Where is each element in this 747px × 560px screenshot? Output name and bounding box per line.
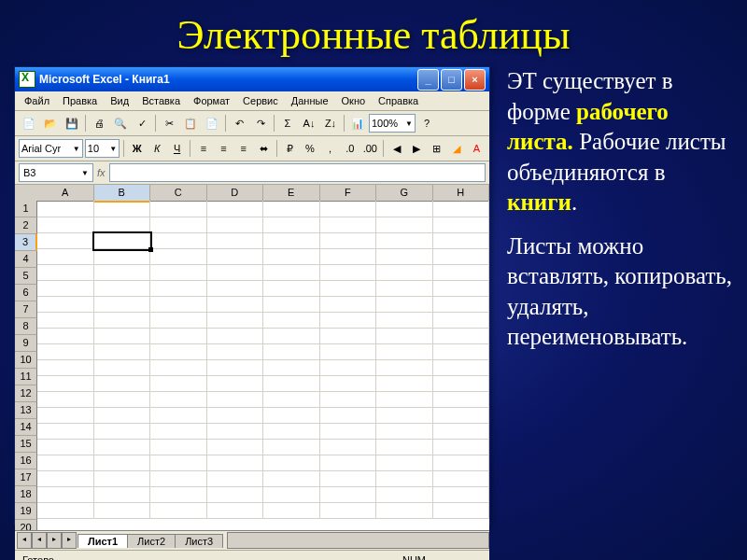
row-header-2[interactable]: 2	[15, 217, 37, 234]
row-header-11[interactable]: 11	[15, 369, 37, 385]
menu-format[interactable]: Формат	[188, 93, 235, 108]
preview-icon[interactable]: 🔍	[110, 113, 131, 133]
cell[interactable]	[376, 391, 433, 408]
cell[interactable]	[37, 455, 94, 471]
row-header-3[interactable]: 3	[15, 234, 37, 251]
row-header-5[interactable]: 5	[15, 268, 37, 285]
cell[interactable]	[150, 407, 207, 424]
cell[interactable]	[320, 296, 377, 313]
cell[interactable]	[263, 486, 320, 503]
copy-icon[interactable]: 📋	[180, 113, 201, 133]
cell[interactable]	[376, 280, 433, 297]
cell[interactable]	[37, 375, 94, 392]
cell[interactable]	[207, 343, 264, 360]
cell[interactable]	[433, 232, 490, 249]
cell[interactable]	[320, 407, 377, 424]
cell[interactable]	[207, 217, 264, 233]
cell[interactable]	[94, 280, 151, 297]
cell[interactable]	[433, 264, 490, 281]
print-icon[interactable]: 🖨	[89, 113, 109, 133]
cell[interactable]	[320, 375, 377, 392]
zoom-select[interactable]: 100%▼	[369, 114, 416, 133]
cell[interactable]	[150, 470, 207, 487]
menu-insert[interactable]: Вставка	[136, 93, 186, 108]
menu-file[interactable]: Файл	[19, 93, 55, 108]
cell[interactable]	[94, 439, 151, 455]
cell[interactable]	[376, 296, 433, 313]
align-center-icon[interactable]: ≡	[215, 138, 233, 159]
cell[interactable]	[37, 391, 94, 408]
save-icon[interactable]: 💾	[62, 113, 82, 133]
cell[interactable]	[150, 232, 207, 249]
cell[interactable]	[433, 455, 490, 471]
size-select[interactable]: 10▼	[85, 139, 120, 158]
cell[interactable]	[320, 280, 377, 297]
tab-first-icon[interactable]: ◂	[17, 532, 32, 549]
menu-edit[interactable]: Правка	[57, 93, 103, 108]
titlebar[interactable]: Microsoft Excel - Книга1 _ □ ×	[15, 67, 489, 91]
cell[interactable]	[320, 312, 377, 329]
cell[interactable]	[207, 439, 264, 455]
underline-button[interactable]: Ч	[168, 138, 186, 159]
cell[interactable]	[37, 486, 94, 503]
cell[interactable]	[94, 407, 151, 424]
cell[interactable]	[37, 407, 94, 424]
cell[interactable]	[207, 391, 264, 408]
cell[interactable]	[376, 328, 433, 344]
cell[interactable]	[263, 296, 320, 313]
cell[interactable]	[433, 328, 490, 344]
cell[interactable]	[207, 359, 264, 376]
help-icon[interactable]: ?	[416, 113, 437, 133]
cell[interactable]	[263, 328, 320, 344]
cell[interactable]	[94, 312, 151, 329]
cell[interactable]	[37, 201, 94, 217]
cell[interactable]	[37, 248, 94, 265]
row-header-6[interactable]: 6	[15, 285, 37, 301]
cell[interactable]	[433, 439, 490, 455]
cell[interactable]	[263, 359, 320, 376]
cell[interactable]	[263, 217, 320, 233]
spell-icon[interactable]: ✓	[132, 113, 152, 133]
cell[interactable]	[207, 328, 264, 344]
menu-help[interactable]: Справка	[373, 93, 424, 108]
cell[interactable]	[376, 264, 433, 281]
row-header-12[interactable]: 12	[15, 385, 37, 402]
cell[interactable]	[150, 312, 207, 329]
cell[interactable]	[150, 280, 207, 297]
cell[interactable]	[320, 264, 377, 281]
cell[interactable]	[37, 312, 94, 329]
row-header-4[interactable]: 4	[15, 251, 37, 268]
indent-inc-icon[interactable]: ▶	[407, 138, 425, 159]
select-all-corner[interactable]	[15, 185, 38, 202]
sheet-tab-2[interactable]: Лист2	[127, 534, 176, 548]
col-header-H[interactable]: H	[433, 185, 490, 202]
cell[interactable]	[94, 470, 151, 487]
cell[interactable]	[320, 328, 377, 344]
tab-next-icon[interactable]: ▸	[47, 532, 62, 549]
row-header-17[interactable]: 17	[15, 469, 37, 486]
font-color-icon[interactable]: A	[468, 138, 486, 159]
cell[interactable]	[94, 296, 151, 313]
cell[interactable]	[150, 328, 207, 344]
cell[interactable]	[207, 264, 264, 281]
cell[interactable]	[150, 201, 207, 217]
cell[interactable]	[94, 343, 151, 360]
cell[interactable]	[94, 328, 151, 344]
cell[interactable]	[263, 248, 320, 265]
cell[interactable]	[433, 470, 490, 487]
cell[interactable]	[433, 248, 490, 265]
cell[interactable]	[263, 232, 320, 249]
cell[interactable]	[320, 217, 377, 233]
cell[interactable]	[94, 232, 151, 249]
cell[interactable]	[150, 423, 207, 440]
cell[interactable]	[376, 375, 433, 392]
cell[interactable]	[433, 407, 490, 424]
cell[interactable]	[207, 312, 264, 329]
cell[interactable]	[94, 248, 151, 265]
cell[interactable]	[263, 264, 320, 281]
row-header-13[interactable]: 13	[15, 402, 37, 419]
cell[interactable]	[207, 232, 264, 249]
col-header-E[interactable]: E	[263, 185, 320, 202]
cell[interactable]	[207, 502, 264, 519]
redo-icon[interactable]: ↷	[250, 113, 271, 133]
